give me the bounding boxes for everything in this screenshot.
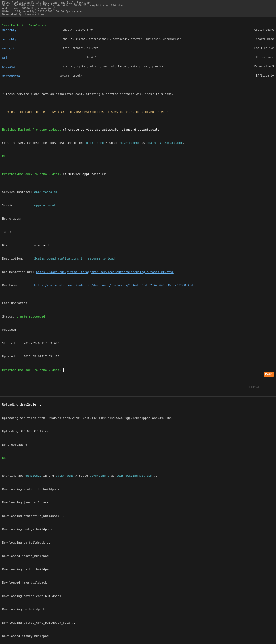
service-statica: statica [2, 64, 34, 69]
file-info-audio: Audio: aac, 48000 Hz, stereo(eng) [2, 7, 56, 10]
started-label: Started: 2017-09-09T17:33:41Z [2, 342, 59, 345]
ok-1: OK [2, 155, 6, 158]
updated-label: Updated: 2017-09-09T17:33:41Z [2, 355, 59, 358]
tags-label: Tags: [2, 230, 11, 234]
done-uploading: Done uploading [2, 443, 27, 447]
upload-section: Uploading demo2ed2e... Uploading app fil… [0, 396, 276, 644]
doc-label: Documentation url: [2, 270, 36, 274]
dl-dotnet-beta: Downloading dotnet_core_buildpack_beta..… [2, 621, 75, 625]
file-info-video: Video: h264, yuv420p, 1920x1080, 30.00 f… [2, 10, 85, 13]
dl-go: Downloading go_buildpack... [2, 541, 50, 544]
uploading-size: Uploading 316.6K, 87 files [2, 430, 49, 433]
prompt-3: Braithes-MacBook-Pro:demo videos$ [2, 368, 63, 372]
dl-dotnet: Downloading dotnet_core_buildpack... [2, 594, 66, 598]
uploading-from: Uploading app files from: /var/folders/w… [2, 416, 174, 420]
service-ssl: ssl [2, 55, 34, 60]
message-label: Message: [2, 328, 16, 332]
starting-app: Starting app [2, 474, 25, 478]
prompt-2: Braithes-MacBook-Pro:demo videos$ [2, 172, 63, 176]
service-searchly2: searchly [2, 37, 34, 42]
tip-text-1: * These service plans have an associated… [2, 92, 174, 96]
bound-apps-label: Bound apps: [2, 217, 22, 220]
file-info-generated: Generated By: Thumbnail me [2, 13, 44, 16]
dl-nodejs: Downloading nodejs_buildpack... [2, 527, 57, 531]
dl-java: Downloading java_buildpack... [2, 501, 54, 504]
service-label: Service instance: [2, 190, 34, 194]
dl-staticfile: Downloading staticfile_buildpack... [2, 488, 65, 491]
last-operation-label: Last Operation [2, 301, 27, 305]
file-info-filename: File: Application Monitoring, Logs, and … [2, 1, 91, 4]
packt-logo-1: Packt> [264, 372, 274, 377]
dl-python: Downloading python_buildpack... [2, 568, 57, 571]
dl-java-done: Downloaded java_buildpack [2, 581, 47, 584]
dl-go2: Downloading go_buildpack [2, 608, 45, 611]
prompt-1: Braithes-MacBook-Pro:demo videos$ [2, 128, 63, 131]
status-label: Status: [2, 315, 16, 318]
service-instance-name: appAutoscaler [34, 190, 57, 194]
file-info-bar: File: Application Monitoring, Logs, and … [0, 0, 276, 17]
dl-nodejs-done: Downloaded nodejs_buildpack [2, 554, 50, 558]
file-info-size: Size: 43677099 bytes (41.65 MiB), durati… [2, 4, 124, 7]
service-type: app-autoscaler [34, 203, 59, 207]
uploading-demo: Uploading demo2ed2e... [2, 403, 42, 406]
description-label: Description: [2, 257, 34, 260]
service-searchly1: searchly [2, 28, 34, 33]
tip-text-2: TIP: Use 'cf marketplace -s SERVICE' to … [2, 110, 170, 114]
plan-label: Plan: [2, 244, 34, 247]
creating-service-msg: Creating service instance appAutoscaler … [2, 141, 86, 145]
dashboard-label: Dashboard: [2, 284, 34, 287]
dl-staticfile2: Downloading staticfile_buildpack... [2, 514, 65, 518]
service-streamdata: streamdata [2, 74, 34, 79]
timestamp-1: 0000/149 [249, 386, 259, 389]
ok-2: OK [2, 456, 6, 460]
status-value: create succeeded [16, 315, 45, 318]
service-sendgrid: sendgrid [2, 46, 34, 51]
marketplace-listing: lass Redis for Developers searchly small… [0, 17, 276, 396]
terminal-upper: File: Application Monitoring, Logs, and … [0, 0, 276, 644]
dl-binary-done: Downloaded binary_buildpack [2, 634, 50, 638]
